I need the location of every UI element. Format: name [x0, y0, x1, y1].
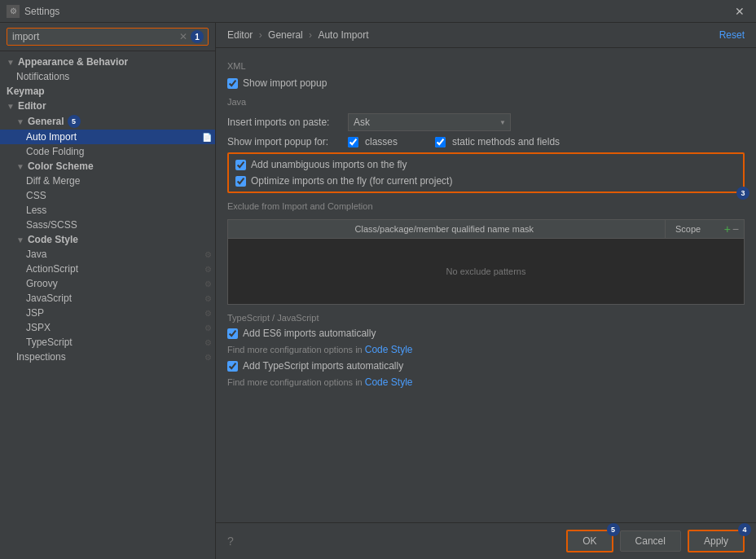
sidebar-label-sass-scss: Sass/SCSS — [26, 219, 77, 231]
xml-section-label: XML — [227, 61, 745, 71]
exclude-label: Exclude from Import and Completion — [227, 201, 745, 211]
badge-5: 5 — [607, 523, 620, 536]
sidebar-label-color-scheme: Color Scheme — [28, 161, 94, 172]
cancel-button[interactable]: Cancel — [620, 530, 681, 552]
search-input[interactable] — [7, 28, 209, 46]
find-more-es6-text: Find more configuration options in — [227, 345, 363, 354]
ok-button[interactable]: OK — [566, 530, 613, 552]
search-box: ✕ 1 — [0, 23, 215, 51]
badge-3: 3 — [736, 187, 749, 200]
table-add-button[interactable]: + — [724, 222, 731, 235]
sidebar-item-inspections[interactable]: Inspections ⚙ — [0, 350, 215, 364]
static-methods-checkbox[interactable] — [435, 137, 446, 147]
code-style-link-1[interactable]: Code Style — [365, 344, 413, 355]
sidebar-item-java[interactable]: Java ⚙ — [0, 247, 215, 262]
breadcrumb-sep-1: › — [259, 29, 265, 41]
sidebar-label-jspx: JSPX — [26, 322, 51, 333]
sidebar-item-code-style[interactable]: ▼ Code Style — [0, 232, 215, 247]
sidebar-label-code-style: Code Style — [28, 234, 78, 245]
sidebar-item-auto-import[interactable]: Auto Import 📄 — [0, 130, 215, 144]
add-typescript-checkbox[interactable] — [227, 361, 238, 372]
show-import-popup-for-row: Show import popup for: classes static me… — [227, 136, 745, 147]
java-section-label: Java — [227, 97, 745, 107]
find-more-es6-row: Find more configuration options in Code … — [227, 344, 745, 355]
sidebar-label-inspections: Inspections — [16, 351, 66, 363]
show-import-popup-for-label: Show import popup for: — [227, 136, 341, 147]
insert-imports-label: Insert imports on paste: — [227, 117, 341, 128]
add-unambiguous-checkbox[interactable] — [235, 160, 246, 170]
sidebar-item-diff-merge[interactable]: Diff & Merge — [0, 174, 215, 188]
settings-tree: ▼ Appearance & Behavior Notifications Ke… — [0, 51, 215, 559]
sidebar-item-editor[interactable]: ▼ Editor — [0, 99, 215, 113]
sidebar-item-code-folding[interactable]: Code Folding — [0, 144, 215, 159]
window-title: Settings — [24, 6, 59, 17]
sidebar-item-sass-scss[interactable]: Sass/SCSS — [0, 218, 215, 232]
jsp-settings-icon: ⚙ — [204, 309, 212, 318]
sidebar-item-jspx[interactable]: JSPX ⚙ — [0, 320, 215, 335]
table-remove-button[interactable]: − — [732, 222, 739, 235]
sidebar-item-groovy[interactable]: Groovy ⚙ — [0, 276, 215, 291]
find-more-ts-row: Find more configuration options in Code … — [227, 376, 745, 388]
add-es6-row: Add ES6 imports automatically — [227, 328, 745, 339]
fly-options-box: Add unambiguous imports on the fly Optim… — [227, 152, 745, 193]
sidebar-item-notifications[interactable]: Notifications — [0, 69, 215, 84]
expand-arrow-color-scheme: ▼ — [16, 162, 24, 171]
add-unambiguous-row: Add unambiguous imports on the fly — [235, 159, 736, 170]
sidebar-label-appearance: Appearance & Behavior — [18, 56, 128, 68]
title-bar: ⚙ Settings ✕ — [0, 0, 756, 23]
insert-imports-select[interactable]: Ask Always Never — [348, 113, 511, 131]
sidebar-item-less[interactable]: Less — [0, 203, 215, 218]
table-col-divider — [665, 220, 666, 238]
table-col-name: Class/package/member qualified name mask — [233, 224, 656, 234]
breadcrumb-sep-2: › — [309, 29, 314, 41]
sidebar-item-general[interactable]: ▼ General 5 — [0, 113, 215, 130]
bottom-bar: ? OK 5 Cancel Apply 4 — [216, 522, 756, 559]
apply-button-wrapper: Apply 4 — [688, 530, 745, 552]
main-content: ✕ 1 ▼ Appearance & Behavior Notification… — [0, 23, 756, 559]
sidebar: ✕ 1 ▼ Appearance & Behavior Notification… — [0, 23, 216, 559]
apply-button[interactable]: Apply — [688, 530, 745, 552]
settings-area: XML Show import popup Java Insert import… — [216, 48, 756, 522]
show-import-popup-label: Show import popup — [243, 77, 327, 89]
breadcrumb-general: General — [268, 29, 303, 41]
sidebar-label-groovy: Groovy — [26, 278, 58, 289]
sidebar-label-java: Java — [26, 249, 46, 260]
ok-button-wrapper: OK 5 — [566, 530, 613, 552]
optimize-imports-checkbox[interactable] — [235, 176, 246, 187]
sidebar-item-color-scheme[interactable]: ▼ Color Scheme — [0, 159, 215, 174]
classes-label: classes — [365, 136, 398, 147]
sidebar-item-keymap[interactable]: Keymap — [0, 84, 215, 99]
sidebar-label-auto-import: Auto Import — [26, 131, 77, 143]
app-icon: ⚙ — [7, 5, 20, 18]
jspx-settings-icon: ⚙ — [204, 324, 212, 332]
breadcrumb-bar: Editor › General › Auto Import Reset — [216, 23, 756, 48]
javascript-settings-icon: ⚙ — [204, 294, 212, 303]
close-button[interactable]: ✕ — [730, 3, 749, 20]
breadcrumb: Editor › General › Auto Import — [227, 29, 368, 41]
breadcrumb-editor: Editor — [227, 29, 253, 41]
add-es6-checkbox[interactable] — [227, 328, 238, 339]
sidebar-label-notifications: Notifications — [16, 71, 69, 82]
sidebar-label-editor: Editor — [18, 100, 46, 112]
sidebar-item-css[interactable]: CSS — [0, 188, 215, 203]
sidebar-label-diff-merge: Diff & Merge — [26, 175, 80, 187]
sidebar-item-appearance[interactable]: ▼ Appearance & Behavior — [0, 55, 215, 69]
sidebar-label-css: CSS — [26, 190, 46, 201]
exclude-section: Exclude from Import and Completion Class… — [227, 201, 745, 305]
expand-arrow-appearance: ▼ — [7, 58, 15, 67]
sidebar-label-code-folding: Code Folding — [26, 146, 84, 157]
show-import-popup-row: Show import popup — [227, 77, 745, 89]
search-clear-icon[interactable]: ✕ — [179, 31, 187, 42]
sidebar-item-jsp[interactable]: JSP ⚙ — [0, 306, 215, 320]
classes-checkbox[interactable] — [348, 137, 358, 147]
add-unambiguous-label: Add unambiguous imports on the fly — [251, 159, 407, 170]
sidebar-item-javascript[interactable]: JavaScript ⚙ — [0, 291, 215, 306]
help-button[interactable]: ? — [227, 535, 234, 548]
code-style-link-2[interactable]: Code Style — [365, 376, 413, 388]
show-import-popup-checkbox[interactable] — [227, 78, 238, 89]
actionscript-settings-icon: ⚙ — [204, 265, 212, 274]
reset-button[interactable]: Reset — [719, 29, 745, 41]
sidebar-item-actionscript[interactable]: ActionScript ⚙ — [0, 262, 215, 276]
java-settings-icon: ⚙ — [204, 250, 212, 259]
sidebar-item-typescript[interactable]: TypeScript ⚙ — [0, 335, 215, 350]
